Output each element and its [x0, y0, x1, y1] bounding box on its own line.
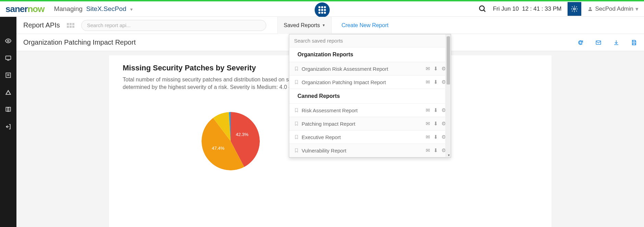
caret-down-icon: ▼: [322, 23, 326, 27]
svg-point-2: [574, 8, 576, 10]
global-search-button[interactable]: [478, 5, 487, 13]
bookmark-icon: [294, 121, 299, 126]
mail-icon[interactable]: ✉: [426, 121, 430, 127]
dropdown-section-header: Organization Reports: [289, 47, 451, 62]
sidebar-item-reports[interactable]: [5, 72, 12, 79]
grid-view-icon[interactable]: [67, 23, 74, 28]
bookmark-icon: [294, 148, 299, 153]
dropdown-item-label: Patching Impact Report: [302, 121, 423, 127]
scroll-thumb[interactable]: [447, 36, 450, 84]
page-title: Report APIs: [23, 21, 60, 29]
dropdown-scrollbar[interactable]: ▴ ▾: [445, 34, 451, 157]
svg-point-4: [8, 40, 9, 42]
saved-reports-button[interactable]: Saved Reports ▼: [277, 17, 332, 34]
datetime: Fri Jun 10 12 : 41 : 33 PM: [493, 5, 561, 12]
managing-selector[interactable]: Managing SiteX.SecPod ▾: [54, 5, 133, 13]
mail-icon[interactable]: ✉: [426, 79, 430, 85]
mail-icon[interactable]: ✉: [426, 66, 430, 72]
header: sanernow Managing SiteX.SecPod ▾ Fri Jun…: [0, 1, 644, 17]
dropdown-item-label: Risk Assessment Report: [302, 107, 423, 113]
svg-rect-5: [6, 56, 11, 59]
sidebar-item-alerts[interactable]: [5, 89, 12, 96]
dropdown-section-header: Canned Reports: [289, 89, 451, 104]
report-name: Organization Patching Impact Report: [23, 38, 136, 46]
dropdown-item[interactable]: Risk Assessment Report ✉⬇⚙: [289, 104, 451, 117]
pie-label-critical: 42.3%: [236, 132, 248, 137]
dropdown-item[interactable]: Patching Impact Report ✉⬇⚙: [289, 117, 451, 130]
save-icon[interactable]: [631, 39, 637, 46]
logo[interactable]: sanernow: [5, 4, 44, 14]
settings-button[interactable]: [568, 2, 581, 16]
bookmark-icon: [294, 135, 299, 139]
sidebar-item-docs[interactable]: [5, 106, 12, 113]
dropdown-item-label: Organization Risk Assessment Report: [302, 66, 423, 72]
download-icon[interactable]: ⬇: [434, 134, 438, 140]
dropdown-item[interactable]: Organization Patching Impact Report ✉ ⬇ …: [289, 76, 451, 89]
svg-point-3: [590, 7, 591, 9]
mail-icon[interactable]: ✉: [426, 134, 430, 140]
apps-grid-icon: [318, 6, 326, 14]
dropdown-item-label: Vulnerability Report: [302, 148, 423, 154]
user-menu[interactable]: SecPod Admin ▾: [587, 5, 639, 13]
bookmark-icon: [294, 80, 299, 84]
sidebar: [0, 17, 16, 227]
download-icon[interactable]: ⬇: [434, 147, 438, 154]
download-icon[interactable]: [613, 39, 619, 46]
dropdown-item-label: Organization Patching Impact Report: [302, 79, 423, 85]
download-icon[interactable]: ⬇: [434, 107, 438, 113]
mail-icon[interactable]: ✉: [426, 147, 430, 154]
scroll-down-icon[interactable]: ▾: [448, 153, 450, 157]
svg-line-1: [484, 10, 485, 12]
dropdown-item[interactable]: Executive Report ✉⬇⚙: [289, 130, 451, 144]
dropdown-item-label: Executive Report: [302, 134, 423, 140]
mail-icon[interactable]: [595, 39, 602, 46]
chevron-down-icon: ▾: [130, 7, 133, 12]
svg-point-0: [479, 6, 484, 11]
bookmark-icon: [294, 66, 299, 71]
download-icon[interactable]: ⬇: [434, 121, 438, 127]
sidebar-item-devices[interactable]: [5, 55, 12, 61]
user-icon: [587, 6, 593, 12]
apps-menu-button[interactable]: [315, 2, 330, 18]
managing-label: Managing: [54, 5, 82, 12]
create-new-report-link[interactable]: Create New Report: [341, 22, 388, 29]
sidebar-item-logout[interactable]: [5, 123, 12, 130]
user-name: SecPod Admin: [595, 5, 633, 12]
dropdown-item[interactable]: Organization Risk Assessment Report ✉ ⬇ …: [289, 62, 451, 76]
chevron-down-icon: ▾: [635, 5, 639, 13]
search-report-api-input[interactable]: [81, 20, 266, 31]
sidebar-item-visibility[interactable]: [5, 37, 12, 44]
mail-icon[interactable]: ✉: [426, 107, 430, 113]
dropdown-search-input[interactable]: Search saved reports: [289, 34, 451, 47]
site-name: SiteX.SecPod: [86, 5, 126, 12]
download-icon[interactable]: ⬇: [434, 79, 438, 85]
pie-chart: 42.3% 47.4%: [202, 112, 260, 170]
dropdown-item[interactable]: Vulnerability Report ✉⬇⚙: [289, 144, 451, 157]
pie-label-high: 47.4%: [212, 146, 224, 151]
saved-reports-dropdown: Search saved reports Organization Report…: [289, 34, 451, 158]
refresh-icon[interactable]: [578, 39, 584, 46]
subheader: Report APIs Saved Reports ▼ Create New R…: [16, 17, 644, 34]
download-icon[interactable]: ⬇: [434, 66, 438, 72]
bookmark-icon: [294, 108, 299, 113]
saved-reports-label: Saved Reports: [284, 22, 320, 29]
